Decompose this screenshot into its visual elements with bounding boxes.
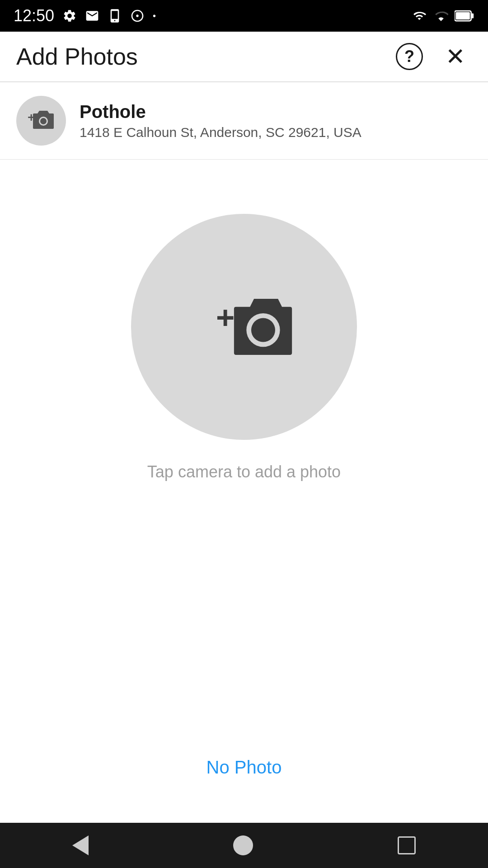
status-bar-left: 12:50 • [14, 6, 156, 25]
close-icon: ✕ [446, 43, 465, 70]
report-avatar: + [16, 96, 66, 146]
report-address: 1418 E Calhoun St, Anderson, SC 29621, U… [80, 125, 361, 140]
svg-rect-10 [280, 309, 287, 314]
bottom-nav [0, 823, 488, 868]
home-nav-icon [233, 835, 253, 855]
home-nav-button[interactable] [224, 826, 262, 864]
no-photo-button[interactable]: No Photo [188, 748, 300, 787]
radio-icon [130, 9, 145, 23]
recent-nav-button[interactable] [389, 827, 425, 863]
status-bar: 12:50 • [0, 0, 488, 32]
svg-point-9 [251, 318, 275, 342]
report-info: + Pothole 1418 E Calhoun St, Anderson, S… [0, 82, 488, 159]
settings-icon [62, 9, 77, 23]
add-photo-small-icon: + [28, 107, 55, 134]
notification-dot: • [153, 11, 156, 21]
add-photo-large-icon: + [192, 282, 296, 372]
page-title: Add Photos [16, 43, 138, 70]
status-bar-right [411, 9, 474, 22]
report-title: Pothole [80, 102, 361, 122]
camera-section: + Tap camera to add a photo [131, 214, 357, 481]
help-button[interactable]: ? [393, 40, 426, 73]
report-text: Pothole 1418 E Calhoun St, Anderson, SC … [80, 102, 361, 140]
battery-icon [455, 10, 474, 22]
svg-text:+: + [216, 300, 235, 335]
app-bar: Add Photos ? ✕ [0, 32, 488, 81]
back-nav-icon [72, 835, 89, 855]
wifi-icon [411, 9, 427, 22]
help-icon: ? [396, 43, 423, 70]
app-bar-actions: ? ✕ [393, 40, 472, 73]
svg-rect-2 [472, 14, 474, 19]
svg-rect-3 [456, 12, 470, 20]
svg-point-6 [40, 118, 47, 124]
gmail-icon [85, 9, 99, 23]
close-button[interactable]: ✕ [439, 40, 472, 73]
recent-nav-icon [398, 836, 416, 854]
back-nav-button[interactable] [63, 826, 98, 864]
add-photo-button[interactable]: + [131, 214, 357, 440]
camera-hint-text: Tap camera to add a photo [147, 462, 341, 481]
screen-icon [108, 9, 122, 23]
main-content: + Tap camera to add a photo No Photo [0, 160, 488, 823]
svg-point-0 [136, 14, 138, 17]
signal-icon [434, 9, 448, 22]
status-time: 12:50 [14, 6, 54, 25]
